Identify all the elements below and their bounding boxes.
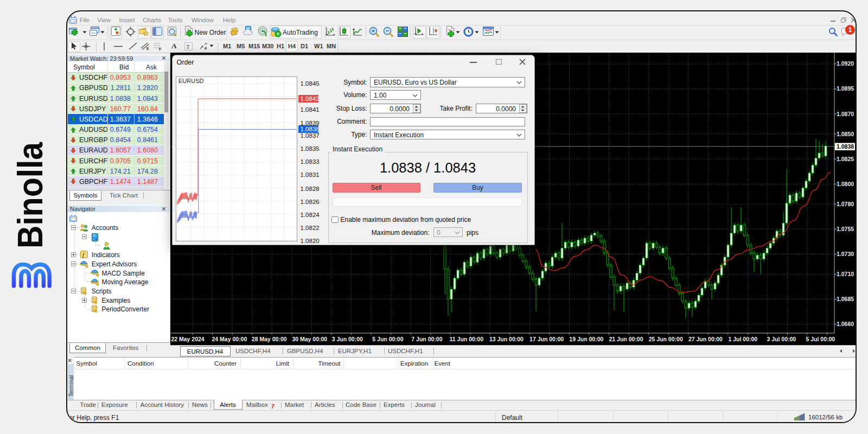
svg-text:7 Jun 00:00: 7 Jun 00:00	[411, 336, 442, 342]
svg-text:1.0895: 1.0895	[837, 85, 854, 92]
svg-text:5 Jul 00:00: 5 Jul 00:00	[806, 336, 835, 342]
svg-text:1.0710: 1.0710	[837, 271, 854, 277]
svg-text:1.0838: 1.0838	[837, 143, 854, 150]
svg-text:3 Jul 00:00: 3 Jul 00:00	[767, 336, 796, 342]
svg-text:28 May 00:00: 28 May 00:00	[252, 336, 287, 342]
svg-text:Binolla: Binolla	[11, 142, 50, 248]
svg-text:1.0730: 1.0730	[837, 251, 854, 257]
svg-text:21 Jun 00:00: 21 Jun 00:00	[609, 336, 643, 342]
svg-text:1 Jul 00:00: 1 Jul 00:00	[729, 336, 758, 342]
svg-text:5 Jun 00:00: 5 Jun 00:00	[372, 336, 403, 342]
svg-text:E: E	[146, 47, 149, 50]
svg-text:13 Jun 00:00: 13 Jun 00:00	[489, 336, 524, 342]
svg-text:F: F	[159, 47, 162, 51]
svg-text:11 Jun 00:00: 11 Jun 00:00	[450, 336, 484, 342]
svg-text:1.0825: 1.0825	[837, 156, 854, 162]
svg-text:3 Jun 00:00: 3 Jun 00:00	[332, 336, 363, 342]
svg-text:1.0685: 1.0685	[837, 296, 854, 302]
svg-text:1.0780: 1.0780	[837, 201, 854, 207]
svg-text:25 Jun 00:00: 25 Jun 00:00	[649, 336, 683, 342]
svg-text:17 Jun 00:00: 17 Jun 00:00	[529, 336, 564, 342]
svg-text:T: T	[187, 44, 190, 50]
svg-text:22 May 2024: 22 May 2024	[171, 336, 204, 342]
svg-text:30 May 00:00: 30 May 00:00	[292, 336, 327, 342]
svg-text:1.0755: 1.0755	[837, 226, 854, 232]
svg-text:24 May 00:00: 24 May 00:00	[212, 336, 247, 342]
svg-text:1.0850: 1.0850	[837, 131, 854, 137]
svg-text:1.0660: 1.0660	[837, 321, 854, 327]
svg-text:27 Jun 00:00: 27 Jun 00:00	[688, 336, 723, 342]
svg-text:1.0800: 1.0800	[837, 181, 854, 187]
svg-text:1.0920: 1.0920	[837, 60, 854, 67]
svg-text:1.0870: 1.0870	[837, 111, 854, 117]
svg-text:19 Jun 00:00: 19 Jun 00:00	[569, 336, 603, 342]
